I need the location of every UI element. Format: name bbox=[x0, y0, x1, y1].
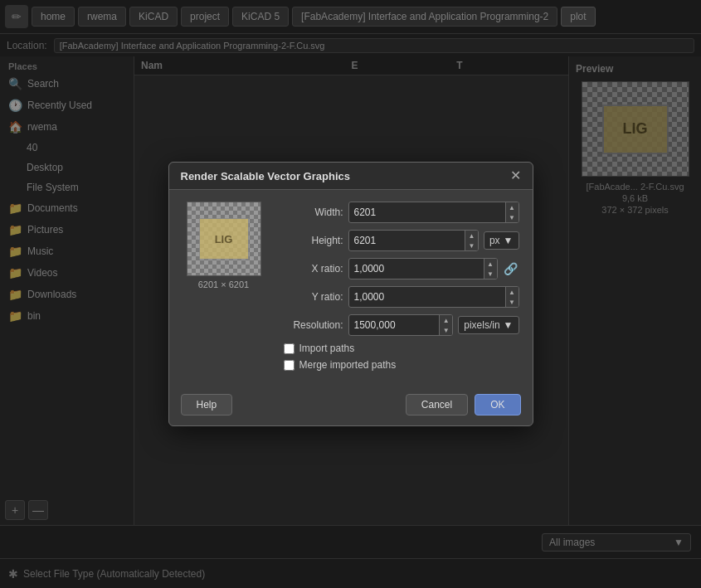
x-ratio-label: X ratio: bbox=[277, 263, 343, 275]
import-paths-row: Import paths bbox=[277, 343, 519, 354]
y-ratio-row: Y ratio: ▲ ▼ bbox=[277, 286, 519, 308]
height-spin-up[interactable]: ▲ bbox=[465, 231, 478, 241]
modal-title: Render Scalable Vector Graphics bbox=[181, 170, 350, 182]
resolution-spin-buttons: ▲ ▼ bbox=[439, 315, 452, 335]
y-ratio-input[interactable] bbox=[349, 289, 505, 305]
unit-chevron-icon: ▼ bbox=[504, 235, 514, 246]
resolution-unit-selected: pixels/in bbox=[464, 319, 499, 331]
resolution-row: Resolution: ▲ ▼ pixels/in ▼ bbox=[277, 314, 519, 336]
width-spin-up[interactable]: ▲ bbox=[506, 202, 518, 212]
y-ratio-spin-down[interactable]: ▼ bbox=[506, 297, 518, 307]
modal-preview-dims: 6201 × 6201 bbox=[198, 279, 249, 289]
unit-selected: px bbox=[489, 235, 500, 246]
resolution-unit-dropdown[interactable]: pixels/in ▼ bbox=[458, 316, 518, 334]
width-input[interactable] bbox=[349, 204, 505, 221]
height-label: Height: bbox=[277, 235, 343, 246]
x-ratio-spin-up[interactable]: ▲ bbox=[484, 259, 497, 269]
y-ratio-spin-buttons: ▲ ▼ bbox=[505, 287, 518, 307]
modal-footer: Help Cancel OK bbox=[169, 387, 533, 425]
x-ratio-input-container: ▲ ▼ bbox=[348, 258, 498, 279]
x-ratio-spin-buttons: ▲ ▼ bbox=[484, 259, 497, 279]
resolution-unit-chevron-icon: ▼ bbox=[504, 319, 514, 331]
height-input-container: ▲ ▼ bbox=[348, 230, 479, 251]
modal-preview-box: LIG 6201 × 6201 bbox=[183, 202, 265, 376]
modal-overlay: Render Scalable Vector Graphics ✕ LIG 62… bbox=[0, 0, 701, 588]
width-spin-down[interactable]: ▼ bbox=[506, 212, 518, 222]
x-ratio-spin-down[interactable]: ▼ bbox=[484, 269, 497, 279]
modal-help-button[interactable]: Help bbox=[181, 394, 233, 415]
width-label: Width: bbox=[277, 207, 343, 218]
modal-form: Width: ▲ ▼ Height: ▲ bbox=[277, 202, 519, 376]
x-ratio-row: X ratio: ▲ ▼ 🔗 bbox=[277, 258, 519, 279]
y-ratio-spin-up[interactable]: ▲ bbox=[506, 287, 518, 297]
lock-icon[interactable]: 🔗 bbox=[503, 262, 519, 275]
resolution-label: Resolution: bbox=[277, 319, 343, 331]
y-ratio-label: Y ratio: bbox=[277, 291, 343, 303]
modal-ok-button[interactable]: OK bbox=[475, 394, 520, 415]
unit-dropdown[interactable]: px ▼ bbox=[484, 231, 519, 250]
modal-body: LIG 6201 × 6201 Width: ▲ ▼ bbox=[169, 190, 533, 387]
modal-close-button[interactable]: ✕ bbox=[510, 169, 521, 182]
merge-imported-paths-label[interactable]: Merge imported paths bbox=[299, 359, 397, 371]
import-paths-label[interactable]: Import paths bbox=[299, 343, 355, 354]
width-input-container: ▲ ▼ bbox=[348, 202, 519, 223]
width-row: Width: ▲ ▼ bbox=[277, 202, 519, 223]
svg-render-modal: Render Scalable Vector Graphics ✕ LIG 62… bbox=[168, 162, 533, 426]
x-ratio-input[interactable] bbox=[349, 260, 484, 277]
height-spin-down[interactable]: ▼ bbox=[465, 241, 478, 250]
resolution-spin-down[interactable]: ▼ bbox=[440, 325, 452, 335]
merge-imported-paths-checkbox[interactable] bbox=[284, 360, 295, 371]
width-spin-buttons: ▲ ▼ bbox=[505, 202, 518, 222]
height-spin-buttons: ▲ ▼ bbox=[465, 231, 478, 250]
modal-cancel-button[interactable]: Cancel bbox=[406, 394, 468, 415]
height-row: Height: ▲ ▼ px ▼ bbox=[277, 230, 519, 251]
resolution-input[interactable] bbox=[349, 317, 440, 333]
modal-footer-right: Cancel OK bbox=[406, 394, 521, 415]
resolution-spin-up[interactable]: ▲ bbox=[440, 315, 452, 325]
height-input[interactable] bbox=[349, 232, 465, 249]
resolution-input-container: ▲ ▼ bbox=[348, 314, 454, 336]
modal-preview-img: LIG bbox=[187, 202, 261, 276]
modal-header: Render Scalable Vector Graphics ✕ bbox=[169, 163, 533, 190]
merge-imported-paths-row: Merge imported paths bbox=[277, 359, 519, 371]
import-paths-checkbox[interactable] bbox=[284, 343, 295, 354]
chain-link-icon: 🔗 bbox=[504, 262, 518, 275]
y-ratio-input-container: ▲ ▼ bbox=[348, 286, 519, 308]
modal-preview-pcb: LIG bbox=[199, 218, 249, 260]
